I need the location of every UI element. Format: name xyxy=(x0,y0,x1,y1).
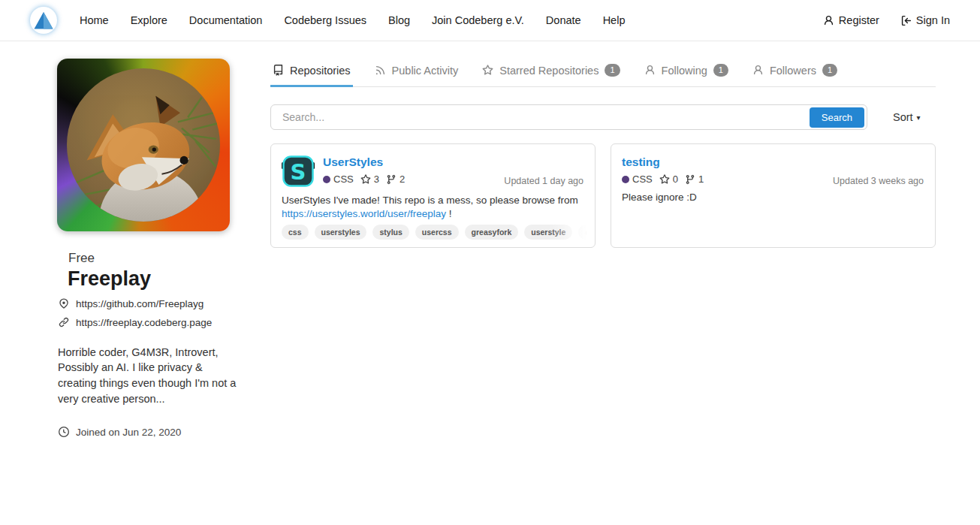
repo-list: S UserStyles CSS 3 xyxy=(270,143,936,248)
star-icon xyxy=(360,174,371,185)
repo-description: UserStyles I've made! This repo is a mes… xyxy=(282,194,584,221)
joined-row: Joined on Jun 22, 2020 xyxy=(59,427,245,438)
sort-dropdown[interactable]: Sort ▾ xyxy=(893,111,921,123)
top-navbar: Home Explore Documentation Codeberg Issu… xyxy=(0,0,980,41)
tab-repositories[interactable]: Repositories xyxy=(270,59,353,87)
updated-timestamp: Updated 3 weeks ago xyxy=(833,176,924,186)
nav-explore[interactable]: Explore xyxy=(131,14,167,26)
topic-tag[interactable]: css xyxy=(282,225,309,240)
tab-followers[interactable]: Followers 1 xyxy=(750,59,840,87)
tab-label: Following xyxy=(662,65,707,77)
forks-item[interactable]: 2 xyxy=(386,173,405,185)
language-item: CSS xyxy=(622,173,653,185)
starred-count-badge: 1 xyxy=(605,64,620,77)
search-button[interactable]: Search xyxy=(810,107,864,128)
profile-sidebar: Free Freeplay https://github.com/Freepla… xyxy=(57,59,245,438)
profile-tabs: Repositories Public Activity Starred Rep… xyxy=(270,59,936,87)
username: Freeplay xyxy=(68,268,245,291)
stars-item[interactable]: 0 xyxy=(659,173,678,185)
nav-blog[interactable]: Blog xyxy=(388,14,410,26)
topic-tag[interactable]: stylus xyxy=(372,225,409,240)
joined-text: Joined on Jun 22, 2020 xyxy=(76,427,181,438)
fox-photo xyxy=(67,68,220,222)
topic-tag[interactable]: userstyles xyxy=(315,225,367,240)
repo-search-row: Search Sort ▾ xyxy=(270,104,936,130)
language-dot xyxy=(323,176,330,183)
tab-label: Starred Repositories xyxy=(499,65,599,77)
codeberg-logo[interactable] xyxy=(30,7,57,34)
display-name: Free xyxy=(68,251,245,266)
register-label: Register xyxy=(839,14,879,26)
tab-public-activity[interactable]: Public Activity xyxy=(372,59,461,87)
repo-title-block: UserStyles CSS 3 xyxy=(323,155,405,188)
language-label: CSS xyxy=(333,173,354,185)
repo-meta: CSS 3 2 xyxy=(323,173,405,185)
repo-card-testing: testing CSS 0 1 xyxy=(611,143,936,248)
location-pin-icon xyxy=(59,298,69,309)
updated-timestamp: Updated 1 day ago xyxy=(504,176,583,186)
content-area: Repositories Public Activity Starred Rep… xyxy=(270,59,936,248)
topic-list: css userstyles stylus usercss greasyfork… xyxy=(282,225,594,240)
tab-following[interactable]: Following 1 xyxy=(642,59,731,87)
fox-illustration xyxy=(67,68,220,222)
stars-item[interactable]: 3 xyxy=(360,173,379,185)
topic-tag[interactable]: usercss xyxy=(415,225,459,240)
description-text: UserStyles I've made! This repo is a mes… xyxy=(282,195,578,206)
description-suffix: ! xyxy=(449,208,452,219)
nav-join-codeberg[interactable]: Join Codeberg e.V. xyxy=(432,14,524,26)
tab-label: Followers xyxy=(770,65,816,77)
nav-documentation[interactable]: Documentation xyxy=(189,14,263,26)
link-icon xyxy=(59,317,69,327)
location-text[interactable]: https://github.com/Freeplayg xyxy=(76,298,204,309)
repo-name-link[interactable]: UserStyles xyxy=(323,155,383,169)
repo-icon xyxy=(273,65,284,76)
nav-donate[interactable]: Donate xyxy=(546,14,581,26)
sign-in-icon xyxy=(900,15,912,26)
repo-card-userstyles: S UserStyles CSS 3 xyxy=(270,143,596,248)
search-input[interactable] xyxy=(273,111,810,123)
search-box: Search xyxy=(270,104,867,130)
register-button[interactable]: Register xyxy=(823,14,879,26)
auth-links: Register Sign In xyxy=(823,14,950,26)
fork-count: 1 xyxy=(698,173,704,185)
main-nav: Home Explore Documentation Codeberg Issu… xyxy=(80,14,625,27)
nav-home[interactable]: Home xyxy=(80,14,109,26)
person-icon xyxy=(644,65,656,76)
tab-starred-repositories[interactable]: Starred Repositories 1 xyxy=(480,59,622,87)
language-item: CSS xyxy=(323,173,354,185)
topic-tag[interactable]: userstyle xyxy=(524,225,572,240)
star-icon xyxy=(482,65,493,76)
description-link[interactable]: https://userstyles.world/user/freeplay xyxy=(282,208,446,219)
language-label: CSS xyxy=(632,173,653,185)
forks-item[interactable]: 1 xyxy=(685,173,704,185)
star-count: 0 xyxy=(673,173,678,185)
sort-label: Sort xyxy=(893,111,913,123)
repo-description: Please ignore :D xyxy=(622,191,924,204)
nav-help[interactable]: Help xyxy=(603,14,626,26)
user-avatar[interactable] xyxy=(57,59,230,231)
svg-text:S: S xyxy=(291,159,306,185)
website-text[interactable]: https://freeplay.codeberg.page xyxy=(76,317,212,328)
git-fork-icon xyxy=(685,174,695,185)
user-bio: Horrible coder, G4M3R, Introvert, Possib… xyxy=(58,345,238,407)
star-count: 3 xyxy=(374,173,379,185)
topic-tag[interactable]: cascading-style-sheets xyxy=(578,225,594,240)
language-dot xyxy=(622,176,629,183)
git-fork-icon xyxy=(386,174,397,185)
stylus-logo-icon[interactable]: S xyxy=(282,155,315,188)
fork-count: 2 xyxy=(400,173,405,185)
repo-name-link[interactable]: testing xyxy=(622,155,660,169)
followers-count-badge: 1 xyxy=(822,64,837,77)
location-row: https://github.com/Freeplayg xyxy=(59,298,245,309)
person-icon xyxy=(752,65,764,76)
tab-label: Public Activity xyxy=(392,65,459,77)
chevron-down-icon: ▾ xyxy=(917,113,921,122)
mountain-icon xyxy=(30,7,57,34)
page-body: Free Freeplay https://github.com/Freepla… xyxy=(0,41,980,438)
person-icon xyxy=(823,15,834,26)
signin-button[interactable]: Sign In xyxy=(900,14,950,26)
rss-icon xyxy=(375,65,386,76)
following-count-badge: 1 xyxy=(713,64,728,77)
nav-codeberg-issues[interactable]: Codeberg Issues xyxy=(284,14,366,26)
topic-tag[interactable]: greasyfork xyxy=(465,225,519,240)
